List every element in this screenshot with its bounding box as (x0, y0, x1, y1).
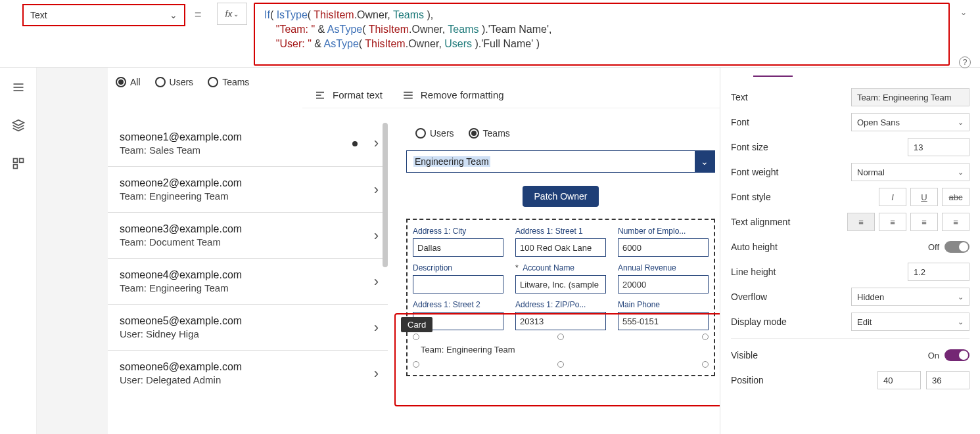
list-item-email: someone3@example.com (120, 223, 242, 235)
autoheight-toggle[interactable] (945, 241, 969, 253)
tree-view-icon[interactable] (12, 81, 25, 97)
align-left-button[interactable]: ≡ (847, 213, 875, 231)
svg-rect-6 (13, 165, 17, 169)
card-tooltip: Card (401, 317, 432, 332)
remove-formatting-button[interactable]: Remove formatting (402, 89, 504, 101)
radio-all-label: All (130, 77, 141, 87)
list-item[interactable]: someone3@example.comTeam: Document Team› (108, 212, 388, 258)
fontweight-value: Normal (857, 167, 885, 177)
resize-handle[interactable] (557, 334, 564, 340)
overflow-dropdown[interactable]: Hidden⌄ (851, 288, 969, 306)
property-dropdown[interactable]: Text ⌄ (22, 4, 185, 26)
prop-label: Font style (731, 192, 879, 202)
fontweight-dropdown[interactable]: Normal⌄ (851, 163, 969, 181)
panel-accent (753, 76, 793, 77)
team-dropdown[interactable]: Engineering Team ⌄ (406, 150, 715, 173)
overflow-value: Hidden (857, 292, 884, 302)
field-label: * Account Name (515, 263, 606, 272)
radio-users-label: Users (170, 77, 194, 87)
lineheight-value: 1.2 (914, 267, 925, 277)
field-label: Main Phone (618, 300, 709, 309)
form-field: Address 1: CityDallas (413, 227, 503, 257)
font-dropdown[interactable]: Open Sans⌄ (851, 113, 969, 131)
position-y-input[interactable]: 36 (926, 371, 969, 389)
resize-handle[interactable] (413, 334, 419, 340)
prop-label: Line height (731, 267, 908, 277)
resize-handle[interactable] (702, 361, 709, 368)
form-row: Address 1: Street 2Address 1: ZIP/Po...2… (413, 300, 709, 330)
resize-handle[interactable] (557, 361, 564, 368)
resize-handle[interactable] (702, 334, 709, 340)
field-input[interactable]: 6000 (618, 238, 709, 257)
components-icon[interactable] (12, 157, 25, 173)
radio-owner-teams[interactable]: Teams (469, 128, 510, 139)
align-right-button[interactable]: ≡ (910, 213, 938, 231)
radio-owner-users[interactable]: Users (415, 128, 454, 139)
app-preview: All Users Teams Format text Remove forma… (108, 68, 720, 434)
prop-label: Visible (731, 350, 928, 360)
expand-formula-icon[interactable]: ⌄ (960, 8, 967, 17)
form-row: Address 1: CityDallasAddress 1: Street 1… (413, 227, 709, 257)
selected-label-text: Team: Engineering Team (421, 345, 515, 355)
align-justify-button[interactable]: ≡ (942, 213, 969, 231)
fx-button[interactable]: fx⌄ (217, 3, 247, 25)
list-item[interactable]: someone1@example.comTeam: Sales Team› (108, 120, 388, 166)
displaymode-dropdown[interactable]: Edit⌄ (851, 313, 969, 331)
selected-label-control[interactable]: Team: Engineering Team (413, 337, 709, 364)
field-label: Description (413, 263, 503, 272)
svg-rect-5 (19, 159, 23, 163)
autoheight-state: Off (928, 242, 939, 252)
field-input[interactable]: 20313 (515, 312, 606, 330)
canvas[interactable]: All Users Teams Format text Remove forma… (37, 68, 720, 434)
field-label: Annual Revenue (618, 263, 709, 272)
layers-icon[interactable] (12, 119, 25, 135)
fontsize-input[interactable]: 13 (908, 138, 969, 156)
prop-label: Font weight (731, 167, 851, 177)
field-input[interactable]: Litware, Inc. (sample (515, 275, 606, 293)
list-item-email: someone1@example.com (120, 131, 242, 143)
chevron-down-icon: ⌄ (170, 10, 177, 20)
formula-editor[interactable]: If( IsType( ThisItem.Owner, Teams ), "Te… (254, 3, 950, 66)
displaymode-value: Edit (857, 317, 872, 327)
radio-all[interactable]: All (116, 77, 141, 87)
svg-rect-4 (13, 159, 17, 163)
italic-button[interactable]: I (879, 188, 906, 206)
remove-formatting-label: Remove formatting (421, 89, 504, 100)
list-item-owner: User: Sidney Higa (120, 328, 242, 339)
form-field: * Account NameLitware, Inc. (sample (515, 263, 606, 293)
chevron-down-icon: ⌄ (233, 11, 239, 18)
text-value[interactable]: Team: Engineering Team (851, 88, 969, 106)
list-item[interactable]: someone4@example.comTeam: Engineering Te… (108, 258, 388, 304)
position-x-input[interactable]: 40 (877, 371, 921, 389)
field-input[interactable]: 20000 (618, 275, 709, 293)
form-field: Number of Emplo...6000 (618, 227, 709, 257)
prop-label: Auto height (731, 242, 928, 252)
radio-label: Users (430, 128, 454, 139)
radio-teams[interactable]: Teams (208, 77, 249, 87)
field-label: Address 1: Street 2 (413, 300, 503, 309)
field-input[interactable]: 555-0151 (618, 312, 709, 330)
align-center-button[interactable]: ≡ (879, 213, 906, 231)
field-input[interactable]: 100 Red Oak Lane (515, 238, 606, 257)
field-input[interactable] (413, 275, 503, 293)
field-label: Address 1: Street 1 (515, 227, 606, 236)
scrollbar[interactable] (383, 123, 388, 267)
radio-users[interactable]: Users (155, 77, 194, 87)
list-item[interactable]: someone6@example.comUser: Delegated Admi… (108, 350, 388, 396)
patch-owner-button[interactable]: Patch Owner (523, 186, 599, 207)
lineheight-input[interactable]: 1.2 (908, 263, 969, 281)
list-item[interactable]: someone2@example.comTeam: Engineering Te… (108, 166, 388, 212)
list-item-email: someone2@example.com (120, 177, 242, 189)
help-icon[interactable]: ? (959, 56, 971, 68)
visible-toggle[interactable] (945, 349, 969, 361)
format-text-button[interactable]: Format text (314, 89, 383, 101)
strikethrough-button[interactable]: abc (942, 188, 969, 206)
gallery[interactable]: someone1@example.comTeam: Sales Team›som… (108, 120, 388, 434)
field-input[interactable]: Dallas (413, 238, 503, 257)
form-field: Annual Revenue20000 (618, 263, 709, 293)
list-item[interactable]: someone5@example.comUser: Sidney Higa› (108, 304, 388, 350)
format-toolbar: Format text Remove formatting (302, 82, 720, 108)
underline-button[interactable]: U (910, 188, 938, 206)
resize-handle[interactable] (413, 361, 419, 368)
chevron-down-icon: ⌄ (695, 151, 714, 172)
